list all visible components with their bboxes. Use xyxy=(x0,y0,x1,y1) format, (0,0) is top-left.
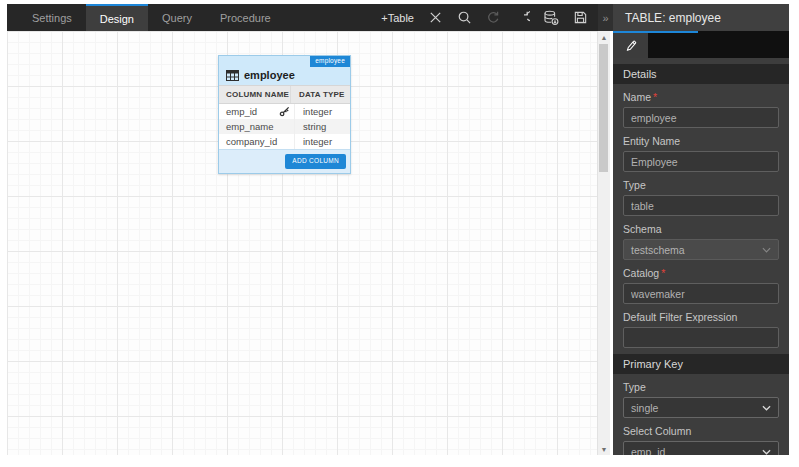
field-name: Name* xyxy=(613,91,789,128)
panel-title: TABLE: employee xyxy=(613,4,789,31)
pencil-icon xyxy=(624,39,638,53)
column-name: emp_name xyxy=(226,121,274,132)
panel-tabstrip xyxy=(613,31,789,58)
column-type: integer xyxy=(303,106,332,117)
undo-icon[interactable] xyxy=(485,10,501,26)
column-type: integer xyxy=(303,136,332,147)
tab-procedure[interactable]: Procedure xyxy=(206,4,285,31)
top-toolbar: Settings Design Query Procedure +Table xyxy=(7,4,598,31)
add-table-button[interactable]: +Table xyxy=(381,12,414,24)
properties-panel: TABLE: employee Details Name* Entity Nam… xyxy=(613,4,789,455)
table-grid-icon xyxy=(226,70,239,81)
redo-icon[interactable] xyxy=(514,10,530,26)
entity-card-employee[interactable]: employee employee COLUMN NAME DATA TYPE … xyxy=(218,55,351,174)
column-name: emp_id xyxy=(226,106,257,117)
scroll-up-icon[interactable]: ▲ xyxy=(598,31,610,43)
column-name-header: COLUMN NAME xyxy=(219,86,290,103)
table-row-emp-name[interactable]: emp_name string xyxy=(219,119,350,134)
tab-query[interactable]: Query xyxy=(148,4,206,31)
panel-collapse-chevrons-icon[interactable]: » xyxy=(598,4,613,31)
selected-value: single xyxy=(631,402,658,414)
schema-select[interactable]: testschema xyxy=(623,239,779,260)
search-icon[interactable] xyxy=(456,10,472,26)
default-filter-input[interactable] xyxy=(623,327,779,348)
field-catalog: Catalog* xyxy=(613,267,789,304)
primary-key-icon xyxy=(279,106,290,117)
field-label: Select Column xyxy=(623,425,691,437)
type-input[interactable] xyxy=(623,195,779,216)
field-label: Type xyxy=(623,381,646,393)
selected-value: emp_id xyxy=(631,446,665,456)
mode-tabs: Settings Design Query Procedure xyxy=(7,4,285,31)
field-label: Schema xyxy=(623,223,662,235)
chevron-down-icon xyxy=(762,405,771,411)
field-label: Name xyxy=(623,91,651,103)
data-type-header: DATA TYPE xyxy=(290,86,350,103)
section-details: Details xyxy=(613,64,789,84)
save-icon[interactable] xyxy=(572,10,588,26)
table-row-company-id[interactable]: company_id integer xyxy=(219,134,350,149)
column-name: company_id xyxy=(226,136,277,147)
field-entity-name: Entity Name xyxy=(613,135,789,172)
name-input[interactable] xyxy=(623,107,779,128)
field-pk-select-column: Select Column emp_id xyxy=(613,425,789,455)
field-label: Type xyxy=(623,179,646,191)
add-column-button[interactable]: ADD COLUMN xyxy=(285,154,346,169)
close-icon[interactable] xyxy=(427,10,443,26)
column-type: string xyxy=(303,121,326,132)
tab-design[interactable]: Design xyxy=(86,4,148,31)
field-pk-type: Type single xyxy=(613,381,789,418)
export-database-icon[interactable] xyxy=(543,10,559,26)
design-canvas[interactable]: employee employee COLUMN NAME DATA TYPE … xyxy=(7,31,597,455)
required-asterisk: * xyxy=(653,91,657,103)
field-schema: Schema testschema xyxy=(613,223,789,260)
scrollbar-thumb[interactable] xyxy=(599,44,608,172)
canvas-vertical-scrollbar[interactable]: ▲ ▼ xyxy=(597,31,610,455)
toolbar-actions: +Table xyxy=(381,4,598,31)
field-label: Default Filter Expression xyxy=(623,311,737,323)
tab-edit[interactable] xyxy=(613,33,648,58)
entity-name-input[interactable] xyxy=(623,151,779,172)
column-header-row: COLUMN NAME DATA TYPE xyxy=(219,85,350,104)
table-row-emp-id[interactable]: emp_id integer xyxy=(219,104,350,119)
field-label: Catalog xyxy=(623,267,659,279)
scroll-down-icon[interactable]: ▼ xyxy=(598,443,610,455)
chevron-down-icon xyxy=(762,247,771,253)
field-type: Type xyxy=(613,179,789,216)
entity-card-footer: ADD COLUMN xyxy=(219,149,350,173)
chevron-down-icon xyxy=(762,449,771,455)
field-default-filter: Default Filter Expression xyxy=(613,311,789,348)
field-label: Entity Name xyxy=(623,135,680,147)
pk-type-select[interactable]: single xyxy=(623,397,779,418)
catalog-input[interactable] xyxy=(623,283,779,304)
selected-value: testschema xyxy=(631,244,685,256)
pk-column-select[interactable]: emp_id xyxy=(623,441,779,455)
entity-title: employee xyxy=(244,69,295,81)
required-asterisk: * xyxy=(661,267,665,279)
entity-badge: employee xyxy=(310,56,350,67)
section-primary-key: Primary Key xyxy=(613,354,789,374)
tab-settings[interactable]: Settings xyxy=(18,4,86,31)
